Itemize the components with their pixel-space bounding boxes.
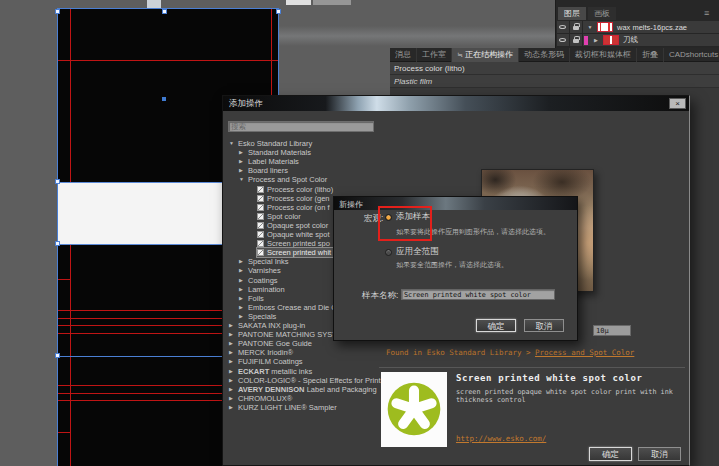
- lock-toggle[interactable]: [570, 34, 583, 47]
- tree-item[interactable]: Spot color: [257, 212, 304, 221]
- chevron-collapsed-icon[interactable]: ▶: [239, 157, 248, 166]
- tree-item[interactable]: ▶Standard Materials: [239, 148, 314, 157]
- visibility-toggle[interactable]: [557, 21, 570, 34]
- chevron-collapsed-icon[interactable]: ▶: [239, 285, 248, 294]
- cancel-button[interactable]: 取消: [638, 447, 681, 461]
- chevron-expanded-icon[interactable]: ▼: [229, 139, 238, 148]
- dialog-title-bar[interactable]: 新操作: [334, 197, 577, 210]
- selection-handle[interactable]: [55, 179, 60, 184]
- operation-row[interactable]: Process color (litho): [390, 62, 719, 75]
- close-icon[interactable]: ×: [669, 98, 686, 109]
- tree-item[interactable]: ▼Process and Spot Color: [239, 175, 330, 184]
- tree-item[interactable]: Process color (gen: [257, 194, 333, 203]
- layer-row[interactable]: ▶ 刀线: [557, 34, 719, 47]
- tree-item[interactable]: ▶CHROMOLUX®: [229, 394, 295, 403]
- tree-item[interactable]: ▶ECKART metallic inks: [229, 367, 315, 376]
- chevron-collapsed-icon[interactable]: ▶: [239, 166, 248, 175]
- tab-cadshortcuts[interactable]: CADshortcuts: [664, 48, 719, 62]
- chevron-collapsed-icon[interactable]: ▶: [229, 330, 238, 339]
- radio-apply-full-range-label[interactable]: 应用全范围: [396, 246, 439, 258]
- tree-item[interactable]: ▶Emboss Crease and Die C: [239, 303, 340, 312]
- chevron-collapsed-icon[interactable]: ▶: [229, 357, 238, 366]
- category-link[interactable]: Process and Spot Color: [535, 348, 634, 357]
- application-window: 图层 画板 ≡ ▼ wax melts-16pcs.zae ▶ 刀线 消息 工作…: [0, 0, 719, 466]
- tree-item[interactable]: Process color (litho): [257, 185, 336, 194]
- selection-handle[interactable]: [276, 9, 281, 14]
- chevron-collapsed-icon[interactable]: ▶: [229, 339, 238, 348]
- tree-item[interactable]: ▶COLOR-LOGIC® - Special Effects for Prin…: [229, 376, 384, 385]
- tree-item[interactable]: ▶KURZ LIGHT LINE® Sampler: [229, 403, 340, 412]
- chevron-collapsed-icon[interactable]: ▶: [229, 394, 238, 403]
- tree-item[interactable]: ▶Coatings: [239, 276, 281, 285]
- chevron-expanded-icon[interactable]: ▼: [239, 175, 248, 184]
- cancel-button[interactable]: 取消: [524, 319, 564, 332]
- tree-item[interactable]: Screen printed spo: [257, 239, 333, 248]
- visibility-toggle[interactable]: [557, 34, 570, 47]
- anchor-point[interactable]: [162, 97, 166, 101]
- sample-name-input[interactable]: [401, 289, 555, 300]
- layer-name[interactable]: wax melts-16pcs.zae: [617, 23, 687, 32]
- chevron-collapsed-icon[interactable]: ▶: [239, 276, 248, 285]
- chevron-collapsed-icon[interactable]: ▶: [239, 266, 248, 275]
- tree-item[interactable]: ▼Esko Standard Library: [229, 139, 315, 148]
- chevron-collapsed-icon[interactable]: ▶: [239, 257, 248, 266]
- tab-fold[interactable]: 折叠: [637, 48, 664, 62]
- tree-item[interactable]: Screen printed whit: [257, 248, 334, 257]
- selection-handle[interactable]: [55, 9, 60, 14]
- tree-item[interactable]: ▶AVERY DENNISON Label and Packaging: [229, 385, 380, 394]
- chevron-collapsed-icon[interactable]: ▶: [229, 376, 238, 385]
- chevron-expanded-icon[interactable]: ▼: [583, 24, 597, 30]
- tab-dynamic-barcodes[interactable]: 动态条形码: [519, 48, 570, 62]
- operations-list: Process color (litho) Plastic film: [390, 62, 719, 88]
- selection-handle[interactable]: [55, 353, 60, 358]
- tree-item[interactable]: ▶Special Inks: [239, 257, 291, 266]
- tab-operations-active[interactable]: ≒正在结构操作: [452, 48, 519, 62]
- tab-messages[interactable]: 消息: [390, 48, 417, 62]
- radio-apply-full-range-desc: 如果要全范围操作，请选择此选项。: [396, 260, 508, 270]
- ink-thickness-input[interactable]: [593, 325, 631, 336]
- chevron-collapsed-icon[interactable]: ▶: [239, 312, 248, 321]
- tree-item[interactable]: ▶Lamination: [239, 285, 288, 294]
- tree-item[interactable]: ▶FUJIFILM Coatings: [229, 357, 306, 366]
- tree-item[interactable]: ▶Varnishes: [239, 266, 284, 275]
- selection-handle[interactable]: [162, 9, 167, 14]
- layer-row[interactable]: ▼ wax melts-16pcs.zae: [557, 21, 719, 34]
- tree-item[interactable]: Opaque spot color: [257, 221, 331, 230]
- tree-item[interactable]: ▶MERCK Iriodin®: [229, 348, 296, 357]
- tree-item[interactable]: ▶Foils: [239, 294, 267, 303]
- chevron-collapsed-icon[interactable]: ▶: [589, 37, 603, 43]
- layer-name[interactable]: 刀线: [623, 35, 638, 45]
- tab-studio[interactable]: 工作室: [417, 48, 452, 62]
- lock-toggle[interactable]: [570, 21, 583, 34]
- ok-button[interactable]: 确定: [589, 447, 632, 461]
- tab-artboards[interactable]: 画板: [588, 7, 616, 20]
- tree-item[interactable]: Process color (on f: [257, 203, 333, 212]
- tree-item[interactable]: ▶Specials: [239, 312, 279, 321]
- divider: [379, 367, 685, 368]
- tree-item[interactable]: ▶SAKATA INX plug-in: [229, 321, 308, 330]
- chevron-collapsed-icon[interactable]: ▶: [229, 385, 238, 394]
- operation-row-substrate[interactable]: Plastic film: [390, 75, 719, 88]
- tree-item[interactable]: ▶PANTONE Goe Guide: [229, 339, 315, 348]
- tree-item[interactable]: ▶Label Materials: [239, 157, 302, 166]
- esko-website-link[interactable]: http://www.esko.com/: [456, 434, 546, 443]
- chevron-collapsed-icon[interactable]: ▶: [239, 303, 248, 312]
- chevron-collapsed-icon[interactable]: ▶: [239, 294, 248, 303]
- radio-apply-full-range[interactable]: [385, 249, 392, 256]
- tree-item[interactable]: ▶PANTONE MATCHING SYSTE: [229, 330, 345, 339]
- tab-layers[interactable]: 图层: [558, 7, 586, 20]
- tree-item[interactable]: Opaque white spot: [257, 230, 333, 239]
- dialog-title-bar[interactable]: 添加操作: [223, 96, 689, 111]
- tree-item[interactable]: ▶Board liners: [239, 166, 291, 175]
- tab-trim-media-box[interactable]: 裁切框和媒体框: [570, 48, 637, 62]
- selection-handle[interactable]: [55, 241, 60, 246]
- chevron-collapsed-icon[interactable]: ▶: [229, 367, 238, 376]
- chevron-collapsed-icon[interactable]: ▶: [229, 321, 238, 330]
- dieline-red-tick: [58, 432, 70, 433]
- chevron-collapsed-icon[interactable]: ▶: [229, 403, 238, 412]
- ok-button[interactable]: 确定: [476, 319, 516, 332]
- search-input[interactable]: [228, 121, 374, 132]
- chevron-collapsed-icon[interactable]: ▶: [239, 148, 248, 157]
- panel-menu-icon[interactable]: ≡: [704, 7, 709, 20]
- chevron-collapsed-icon[interactable]: ▶: [229, 348, 238, 357]
